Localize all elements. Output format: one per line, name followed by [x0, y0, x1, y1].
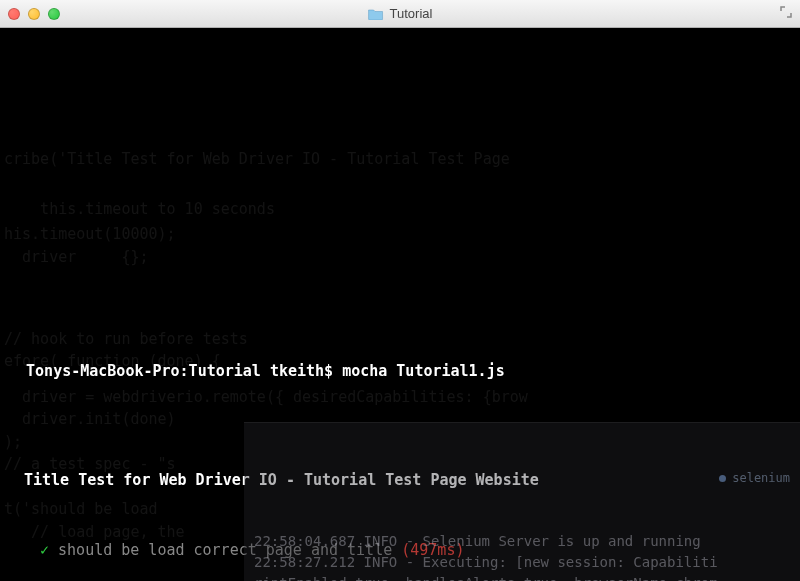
selenium-header: selenium: [254, 471, 790, 485]
maximize-button[interactable]: [48, 8, 60, 20]
selenium-log-text: 22:58:04.687 INFO - Selenium Server is u…: [254, 531, 790, 581]
selenium-indicator-icon: [719, 475, 726, 482]
check-icon: ✓: [40, 541, 49, 559]
ghost-code: his.timeout(10000); driver {};: [0, 223, 800, 270]
terminal[interactable]: cribe('Title Test for Web Driver IO - Tu…: [0, 28, 800, 581]
command-text: mocha Tutorial1.js: [342, 362, 505, 380]
prompt-text: Tonys-MacBook-Pro:Tutorial tkeith$: [26, 362, 342, 380]
shell-prompt: Tonys-MacBook-Pro:Tutorial tkeith$ mocha…: [26, 362, 505, 380]
traffic-lights: [8, 8, 60, 20]
selenium-log-panel: selenium 22:58:04.687 INFO - Selenium Se…: [244, 422, 800, 581]
ghost-code: this.timeout to 10 seconds: [0, 198, 800, 221]
ghost-code: driver = webdriverio.remote({ desiredCap…: [0, 386, 800, 409]
close-button[interactable]: [8, 8, 20, 20]
ghost-code: cribe('Title Test for Web Driver IO - Tu…: [0, 148, 800, 171]
selenium-label: selenium: [732, 469, 790, 487]
minimize-button[interactable]: [28, 8, 40, 20]
folder-icon: [368, 8, 384, 20]
ghost-code: // hook to run before tests: [0, 328, 800, 351]
window-title-text: Tutorial: [390, 6, 433, 21]
fullscreen-icon[interactable]: [780, 6, 792, 21]
window-title: Tutorial: [368, 6, 433, 21]
window-titlebar: Tutorial: [0, 0, 800, 28]
